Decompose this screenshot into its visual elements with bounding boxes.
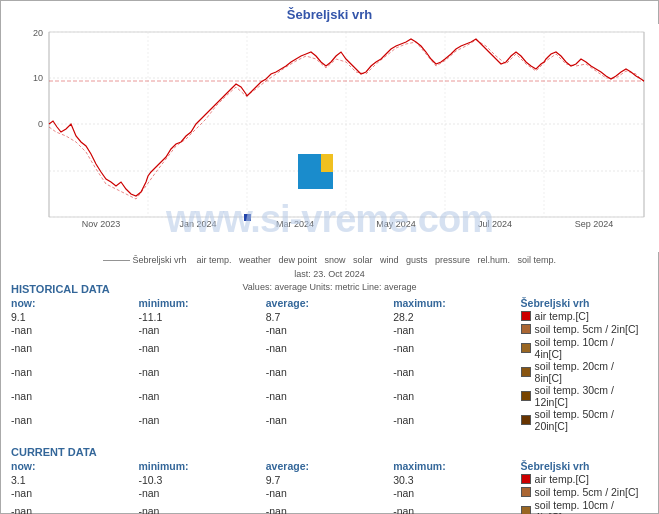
cell-avg: -nan — [266, 486, 393, 499]
label-text: soil temp. 5cm / 2in[C] — [535, 323, 639, 335]
color-swatch — [521, 506, 531, 514]
cell-max: -nan — [393, 499, 520, 514]
cell-label: soil temp. 10cm / 4in[C] — [521, 499, 648, 514]
table-row: -nan -nan -nan -nan soil temp. 10cm / 4i… — [11, 336, 648, 360]
cell-now: -nan — [11, 384, 138, 408]
chart-legend-items: ——— Šebreljski vrh air temp. weather dew… — [103, 255, 556, 265]
svg-text:20: 20 — [33, 28, 43, 38]
svg-text:10: 10 — [33, 73, 43, 83]
cell-avg: 9.7 — [266, 473, 393, 486]
cell-now: 3.1 — [11, 473, 138, 486]
cell-min: -10.3 — [138, 473, 265, 486]
cell-max: -nan — [393, 360, 520, 384]
svg-text:0: 0 — [38, 119, 43, 129]
chart-area: Šebreljski vrh — [1, 1, 658, 271]
label-text: air temp.[C] — [535, 473, 589, 485]
color-swatch — [521, 324, 531, 334]
svg-text:Jan 2024: Jan 2024 — [179, 219, 216, 229]
cell-max: -nan — [393, 408, 520, 432]
col-max: maximum: — [393, 297, 520, 310]
cur-col-avg: average: — [266, 460, 393, 473]
svg-text:Nov 2023: Nov 2023 — [82, 219, 121, 229]
svg-text:Sep 2024: Sep 2024 — [575, 219, 614, 229]
color-swatch — [521, 391, 531, 401]
label-text: soil temp. 20cm / 8in[C] — [535, 360, 644, 384]
col-min: minimum: — [138, 297, 265, 310]
color-swatch — [521, 367, 531, 377]
cell-label: soil temp. 5cm / 2in[C] — [521, 323, 648, 336]
cell-now: 9.1 — [11, 310, 138, 323]
cell-min: -nan — [138, 323, 265, 336]
chart-title: Šebreljski vrh — [1, 1, 658, 24]
color-swatch — [521, 343, 531, 353]
chart-svg: 20 10 0 Nov 2023 Jan 2024 Mar 2024 May 2… — [1, 24, 658, 254]
label-text: soil temp. 5cm / 2in[C] — [535, 486, 639, 498]
cur-col-station: Šebreljski vrh — [521, 460, 648, 473]
col-now: now: — [11, 297, 138, 310]
color-swatch — [521, 415, 531, 425]
cell-max: 28.2 — [393, 310, 520, 323]
cell-min: -nan — [138, 336, 265, 360]
color-swatch — [521, 474, 531, 484]
cell-min: -nan — [138, 360, 265, 384]
chart-meta: ——— Šebreljski vrh air temp. weather dew… — [1, 254, 658, 295]
label-text: soil temp. 50cm / 20in[C] — [535, 408, 644, 432]
chart-last-updated: last: 23. Oct 2024 — [294, 269, 365, 279]
cell-max: -nan — [393, 486, 520, 499]
color-swatch — [521, 311, 531, 321]
svg-text:Jul 2024: Jul 2024 — [478, 219, 512, 229]
svg-text:Mar 2024: Mar 2024 — [276, 219, 314, 229]
table-row: -nan -nan -nan -nan soil temp. 10cm / 4i… — [11, 499, 648, 514]
cur-col-now: now: — [11, 460, 138, 473]
chart-values-line: Values: average Units: metric Line: aver… — [243, 282, 417, 292]
cur-col-min: minimum: — [138, 460, 265, 473]
cur-col-max: maximum: — [393, 460, 520, 473]
svg-rect-28 — [244, 214, 251, 221]
cell-label: soil temp. 10cm / 4in[C] — [521, 336, 648, 360]
table-row: -nan -nan -nan -nan soil temp. 20cm / 8i… — [11, 360, 648, 384]
svg-text:May 2024: May 2024 — [376, 219, 416, 229]
col-station: Šebreljski vrh — [521, 297, 648, 310]
cell-max: -nan — [393, 323, 520, 336]
label-text: soil temp. 30cm / 12in[C] — [535, 384, 644, 408]
current-section: CURRENT DATA now: minimum: average: maxi… — [1, 440, 658, 514]
table-row: -nan -nan -nan -nan soil temp. 30cm / 12… — [11, 384, 648, 408]
cell-now: -nan — [11, 336, 138, 360]
label-text: air temp.[C] — [535, 310, 589, 322]
cell-max: -nan — [393, 336, 520, 360]
historical-table: now: minimum: average: maximum: Šebreljs… — [11, 297, 648, 432]
cell-avg: -nan — [266, 323, 393, 336]
table-row: -nan -nan -nan -nan soil temp. 50cm / 20… — [11, 408, 648, 432]
cell-label: air temp.[C] — [521, 473, 648, 486]
cell-now: -nan — [11, 360, 138, 384]
cell-label: soil temp. 30cm / 12in[C] — [521, 384, 648, 408]
main-container: Šebreljski vrh — [0, 0, 659, 514]
table-row: -nan -nan -nan -nan soil temp. 5cm / 2in… — [11, 486, 648, 499]
current-header: CURRENT DATA — [11, 446, 648, 458]
cell-label: soil temp. 50cm / 20in[C] — [521, 408, 648, 432]
cell-label: air temp.[C] — [521, 310, 648, 323]
cell-avg: -nan — [266, 384, 393, 408]
cell-max: 30.3 — [393, 473, 520, 486]
col-avg: average: — [266, 297, 393, 310]
cell-avg: -nan — [266, 336, 393, 360]
cell-min: -11.1 — [138, 310, 265, 323]
cell-avg: 8.7 — [266, 310, 393, 323]
cell-label: soil temp. 20cm / 8in[C] — [521, 360, 648, 384]
cell-min: -nan — [138, 408, 265, 432]
svg-rect-26 — [321, 172, 333, 189]
cell-avg: -nan — [266, 360, 393, 384]
cell-now: -nan — [11, 499, 138, 514]
table-row: 9.1 -11.1 8.7 28.2 air temp.[C] — [11, 310, 648, 323]
cell-avg: -nan — [266, 499, 393, 514]
label-text: soil temp. 10cm / 4in[C] — [535, 499, 644, 514]
table-row: -nan -nan -nan -nan soil temp. 5cm / 2in… — [11, 323, 648, 336]
cell-max: -nan — [393, 384, 520, 408]
historical-section: HISTORICAL DATA now: minimum: average: m… — [1, 277, 658, 434]
cell-min: -nan — [138, 486, 265, 499]
color-swatch — [521, 487, 531, 497]
cell-now: -nan — [11, 408, 138, 432]
label-text: soil temp. 10cm / 4in[C] — [535, 336, 644, 360]
table-row: 3.1 -10.3 9.7 30.3 air temp.[C] — [11, 473, 648, 486]
cell-now: -nan — [11, 323, 138, 336]
